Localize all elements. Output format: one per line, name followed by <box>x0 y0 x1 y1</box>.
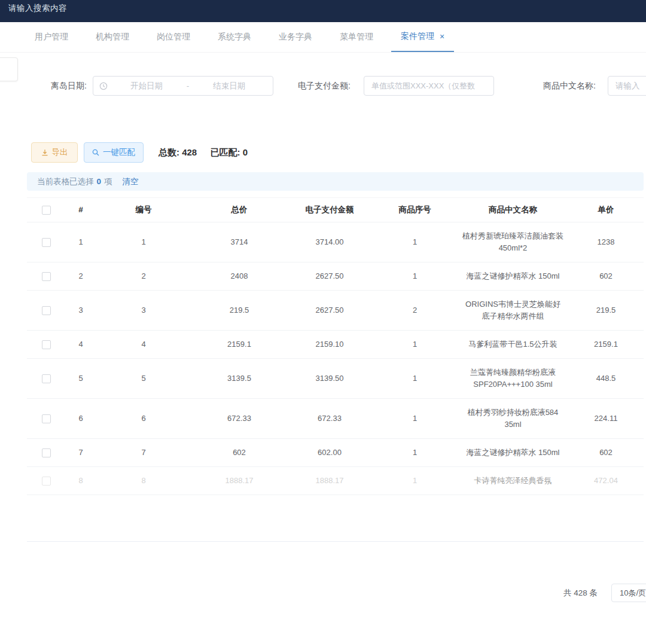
depart-date-label: 离岛日期: <box>51 76 87 96</box>
epay-amount-cell: 672.33 <box>287 399 372 439</box>
epay-amount-placeholder: 单值或范围XXX-XXX（仅整数 <box>371 81 475 91</box>
clear-selection-link[interactable]: 清空 <box>123 176 139 187</box>
total-label: 总数: <box>159 147 179 157</box>
tab-label: 系统字典 <box>218 32 251 42</box>
product-name-cell: 植村秀羽纱持妆粉底液584 35ml <box>458 399 568 439</box>
column-header-编号: 编号 <box>96 198 191 222</box>
code-cell: 5 <box>96 359 191 399</box>
table-body: 1137143714.001植村秀新琥珀臻萃洁颜油套装 450ml*212382… <box>27 222 644 495</box>
epay-amount-cell: 1888.17 <box>287 467 372 495</box>
tab-close-icon[interactable]: × <box>440 32 444 41</box>
matched-label: 已匹配: <box>211 147 240 157</box>
code-cell: 4 <box>96 331 191 359</box>
table-row: 33219.52627.502ORIGINS韦博士灵芝焕能好底子精华水两件组21… <box>27 291 644 331</box>
product-name-cell: 海蓝之谜修护精萃水 150ml <box>458 439 568 467</box>
row-index-cell: 4 <box>66 331 96 359</box>
data-table-container: #编号总价电子支付金额商品序号商品中文名称单价 1137143714.001植村… <box>27 197 644 542</box>
total-price-cell: 1888.17 <box>191 467 287 495</box>
tab-用户管理[interactable]: 用户管理 <box>25 22 78 52</box>
column-header-总价: 总价 <box>191 198 287 222</box>
product-seq-cell: 1 <box>372 467 458 495</box>
clock-icon <box>99 82 108 90</box>
epay-amount-cell: 3714.00 <box>287 222 372 263</box>
row-select-cell <box>27 222 66 263</box>
date-range-separator: - <box>184 81 192 90</box>
unit-price-cell: 1238 <box>568 222 644 263</box>
global-search-input[interactable]: 请输入搜索内容 <box>8 3 67 14</box>
epay-amount-cell: 2627.50 <box>287 263 372 291</box>
tab-系统字典[interactable]: 系统字典 <box>208 22 261 52</box>
row-checkbox[interactable] <box>42 306 51 315</box>
page-size-select[interactable]: 10条/页 <box>611 584 646 602</box>
total-price-cell: 219.5 <box>191 291 287 331</box>
column-header-#: # <box>66 198 96 222</box>
column-header-单价: 单价 <box>568 198 644 222</box>
tab-菜单管理[interactable]: 菜单管理 <box>330 22 383 52</box>
one-click-match-button[interactable]: 一键匹配 <box>84 142 144 163</box>
total-price-cell: 602 <box>191 439 287 467</box>
product-name-input[interactable]: 请输入 <box>608 76 646 96</box>
collapsed-panel-corner[interactable] <box>0 57 18 81</box>
select-all-checkbox[interactable] <box>42 206 51 215</box>
tab-label: 业务字典 <box>279 32 312 42</box>
tab-机构管理[interactable]: 机构管理 <box>86 22 139 52</box>
table-row: 442159.12159.101马爹利蓝带干邑1.5公升装2159.1 <box>27 331 644 359</box>
product-seq-cell: 1 <box>372 399 458 439</box>
column-header-商品中文名称: 商品中文名称 <box>458 198 568 222</box>
tab-案件管理[interactable]: 案件管理× <box>391 22 454 52</box>
epay-amount-cell: 602.00 <box>287 439 372 467</box>
row-checkbox[interactable] <box>42 448 51 457</box>
tab-label: 用户管理 <box>35 32 68 42</box>
row-checkbox[interactable] <box>42 477 51 486</box>
row-index-cell: 6 <box>66 399 96 439</box>
export-button-label: 导出 <box>52 147 68 158</box>
tab-label: 机构管理 <box>96 32 129 42</box>
top-navbar: 请输入搜索内容 <box>0 0 646 22</box>
product-name-cell: 海蓝之谜修护精萃水 150ml <box>458 263 568 291</box>
row-checkbox[interactable] <box>42 238 51 247</box>
epay-amount-input[interactable]: 单值或范围XXX-XXX（仅整数 <box>364 76 494 96</box>
match-button-label: 一键匹配 <box>103 147 135 158</box>
row-checkbox[interactable] <box>42 374 51 383</box>
matched-value: 0 <box>243 147 248 157</box>
table-row: 77602602.001海蓝之谜修护精萃水 150ml602 <box>27 439 644 467</box>
table-stats: 总数: 428 已匹配: 0 <box>159 147 248 158</box>
start-date-placeholder: 开始日期 <box>109 81 184 91</box>
tab-bar: 用户管理机构管理岗位管理系统字典业务字典菜单管理案件管理× <box>0 22 646 53</box>
table-row: 1137143714.001植村秀新琥珀臻萃洁颜油套装 450ml*21238 <box>27 222 644 263</box>
product-seq-cell: 1 <box>372 331 458 359</box>
row-index-cell: 5 <box>66 359 96 399</box>
row-index-cell: 1 <box>66 222 96 263</box>
select-all-header-cell <box>27 198 66 222</box>
total-price-cell: 672.33 <box>191 399 287 439</box>
row-select-cell <box>27 399 66 439</box>
table-row: 553139.53139.501兰蔻菁纯臻颜精华粉底液SPF20PA+++100… <box>27 359 644 399</box>
export-button[interactable]: 导出 <box>31 142 78 163</box>
row-index-cell: 7 <box>66 439 96 467</box>
row-index-cell: 8 <box>66 467 96 495</box>
tab-岗位管理[interactable]: 岗位管理 <box>147 22 200 52</box>
depart-date-range-input[interactable]: 开始日期 - 结束日期 <box>93 76 273 96</box>
selection-suffix: 项 <box>104 176 112 187</box>
code-cell: 2 <box>96 263 191 291</box>
product-name-cell: 马爹利蓝带干邑1.5公升装 <box>458 331 568 359</box>
unit-price-cell: 472.04 <box>568 467 644 495</box>
tab-业务字典[interactable]: 业务字典 <box>269 22 322 52</box>
row-select-cell <box>27 467 66 495</box>
end-date-placeholder: 结束日期 <box>191 81 267 91</box>
epay-amount-label: 电子支付金额: <box>298 76 351 96</box>
total-price-cell: 2159.1 <box>191 331 287 359</box>
product-name-label: 商品中文名称: <box>543 76 596 96</box>
row-select-cell <box>27 263 66 291</box>
column-header-电子支付金额: 电子支付金额 <box>287 198 372 222</box>
unit-price-cell: 602 <box>568 439 644 467</box>
selection-count: 0 <box>97 177 102 186</box>
row-checkbox[interactable] <box>42 340 51 349</box>
row-index-cell: 3 <box>66 291 96 331</box>
tab-label: 案件管理 <box>401 31 434 42</box>
unit-price-cell: 602 <box>568 263 644 291</box>
code-cell: 6 <box>96 399 191 439</box>
row-checkbox[interactable] <box>42 272 51 281</box>
row-checkbox[interactable] <box>42 414 51 423</box>
search-icon <box>92 149 99 156</box>
